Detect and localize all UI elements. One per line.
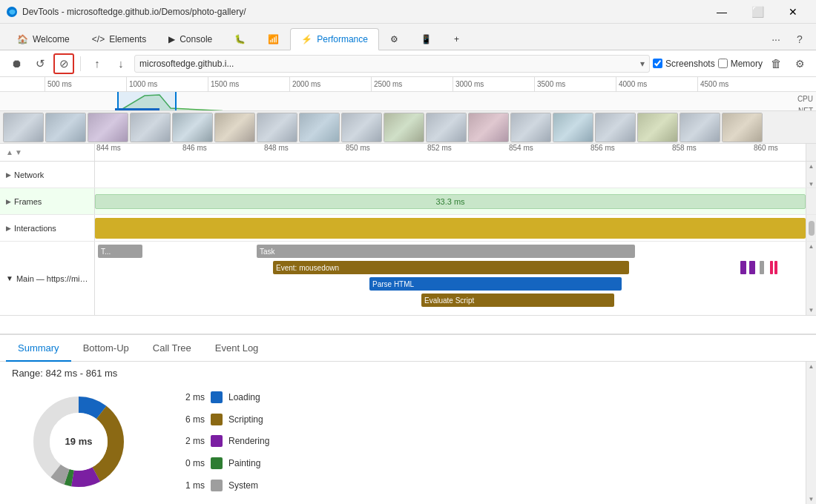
tab-network-tool[interactable]: 📶 <box>257 28 290 50</box>
flame-bar-evaluate-script[interactable]: Evaluate Script <box>421 294 614 307</box>
performance-icon: ⚡ <box>301 34 312 44</box>
ruler-852: 852 ms <box>427 144 452 152</box>
donut-chart-area: 19 ms <box>12 388 145 495</box>
tab-call-tree[interactable]: Call Tree <box>141 335 203 362</box>
scroll-up-icon[interactable]: ▲ <box>809 163 815 170</box>
scroll-down-btn[interactable]: ▼ <box>15 148 22 156</box>
tick-4000: 4000 ms <box>616 77 647 92</box>
ruler-856: 856 ms <box>590 144 615 152</box>
thumbnail-16 <box>637 113 678 142</box>
flame-bar-task-small[interactable]: T... <box>98 245 142 258</box>
flame-bar-mousedown[interactable]: Event: mousedown <box>273 261 629 274</box>
tab-performance-label: Performance <box>317 34 368 44</box>
network-track-content <box>95 162 806 188</box>
screenshots-checkbox[interactable] <box>653 59 662 68</box>
memory-checkbox[interactable] <box>718 59 728 68</box>
thumbnail-15 <box>595 113 636 142</box>
memory-label: Memory <box>731 59 763 69</box>
tab-event-log[interactable]: Event Log <box>203 335 271 362</box>
interactions-expand-arrow[interactable]: ▶ <box>6 225 11 232</box>
frames-bar: 33.3 ms <box>95 194 806 209</box>
thumbnail-10 <box>384 113 424 142</box>
thumbnail-3 <box>88 113 128 142</box>
legend-scripting: 6 ms Scripting <box>175 410 804 429</box>
main-expand-arrow[interactable]: ▼ <box>6 274 13 282</box>
thumbnail-4 <box>130 113 171 142</box>
frames-track-label[interactable]: ▶ Frames <box>0 188 95 214</box>
tab-elements[interactable]: </> Elements <box>81 28 157 50</box>
close-button[interactable]: ✕ <box>776 0 810 24</box>
flame-small-4 <box>770 261 773 274</box>
frames-label: Frames <box>14 197 42 206</box>
window-controls: — ⬜ ✕ <box>705 0 810 24</box>
interactions-track-label[interactable]: ▶ Interactions <box>0 215 95 241</box>
frames-scrollbar <box>806 188 816 214</box>
tab-console[interactable]: ▶ Console <box>157 28 223 50</box>
tick-4500: 4500 ms <box>697 77 728 92</box>
bottom-scroll-down[interactable]: ▼ <box>809 496 815 504</box>
tab-bottom-up[interactable]: Bottom-Up <box>71 335 141 362</box>
scripting-label: Scripting <box>228 414 263 425</box>
clear-button[interactable]: ⊘ <box>53 53 74 74</box>
main-scroll-down[interactable]: ▼ <box>809 307 815 315</box>
tab-event-log-label: Event Log <box>215 342 259 354</box>
flame-chart: T... Task Event: mousedown Parse HTML Ev… <box>95 242 806 315</box>
screenshots-checkbox-label[interactable]: Screenshots <box>653 59 715 69</box>
more-button[interactable]: ··· <box>766 29 786 50</box>
legend-painting: 0 ms Painting <box>175 454 804 473</box>
ruler-860: 860 ms <box>754 144 778 152</box>
scroll-thumb[interactable] <box>809 221 815 236</box>
network-track: ▶ Network ▲ ▼ <box>0 162 816 188</box>
upload-button[interactable]: ↑ <box>87 53 108 74</box>
tab-bug[interactable]: 🐛 <box>223 28 257 50</box>
settings-button[interactable]: ⚙ <box>789 53 810 74</box>
network-expand-arrow[interactable]: ▶ <box>6 171 11 179</box>
flame-label-mousedown: Event: mousedown <box>276 264 339 272</box>
tick-500: 500 ms <box>45 77 72 92</box>
trash-button[interactable]: 🗑 <box>766 53 786 74</box>
scrollbar-top <box>806 144 816 161</box>
interactions-track-content <box>95 215 806 241</box>
main-thread-title: Main — https://microsoftedge.github.io/D… <box>16 274 88 283</box>
interactions-bar <box>95 218 806 239</box>
bottom-panel-scrollbar[interactable]: ▲ ▼ <box>806 362 816 504</box>
url-display: microsoftedge.github.i... ▾ <box>134 55 650 73</box>
legend-rendering: 2 ms Rendering <box>175 432 804 451</box>
tab-add[interactable]: + <box>443 28 470 50</box>
tab-performance[interactable]: ⚡ Performance <box>290 28 379 50</box>
flame-bar-parse-html[interactable]: Parse HTML <box>369 277 622 291</box>
download-button[interactable]: ↓ <box>111 53 131 74</box>
legend-system: 1 ms System <box>175 476 804 495</box>
system-color <box>211 480 223 491</box>
record-button[interactable]: ⏺ <box>6 53 27 74</box>
network-label: Network <box>14 170 44 179</box>
frames-expand-arrow[interactable]: ▶ <box>6 198 11 205</box>
system-ms: 1 ms <box>175 480 205 491</box>
painting-ms: 0 ms <box>175 458 205 468</box>
flame-bar-task[interactable]: Task <box>257 245 635 258</box>
help-button[interactable]: ? <box>789 29 810 50</box>
main-scroll-up[interactable]: ▲ <box>809 242 815 250</box>
timeline-overview: 500 ms 1000 ms 1500 ms 2000 ms 2500 ms 3… <box>0 77 816 144</box>
tab-welcome[interactable]: 🏠 Welcome <box>6 28 81 50</box>
bottom-scroll-up[interactable]: ▲ <box>809 362 815 370</box>
scroll-up-btn[interactable]: ▲ <box>6 148 13 156</box>
network-track-label[interactable]: ▶ Network <box>0 162 95 188</box>
flame-label-evaluate-script: Evaluate Script <box>424 296 474 305</box>
refresh-record-button[interactable]: ↺ <box>30 53 50 74</box>
legend-area: 2 ms Loading 6 ms Scripting 2 ms Renderi… <box>145 388 804 495</box>
tab-elements-label: Elements <box>109 34 146 44</box>
scripting-ms: 6 ms <box>175 414 205 425</box>
interactions-label: Interactions <box>14 224 56 233</box>
scroll-down-icon[interactable]: ▼ <box>809 181 815 188</box>
memory-checkbox-label[interactable]: Memory <box>718 59 763 69</box>
thumbnail-9 <box>341 113 382 142</box>
interactions-track: ▶ Interactions <box>0 215 816 242</box>
minimize-button[interactable]: — <box>705 0 739 24</box>
tab-settings-tool[interactable]: ⚙ <box>379 28 409 50</box>
flame-label-task-small: T... <box>101 248 111 256</box>
elements-icon: </> <box>92 34 105 44</box>
tab-summary[interactable]: Summary <box>6 335 71 362</box>
tab-device[interactable]: 📱 <box>409 28 443 50</box>
restore-button[interactable]: ⬜ <box>740 0 774 24</box>
